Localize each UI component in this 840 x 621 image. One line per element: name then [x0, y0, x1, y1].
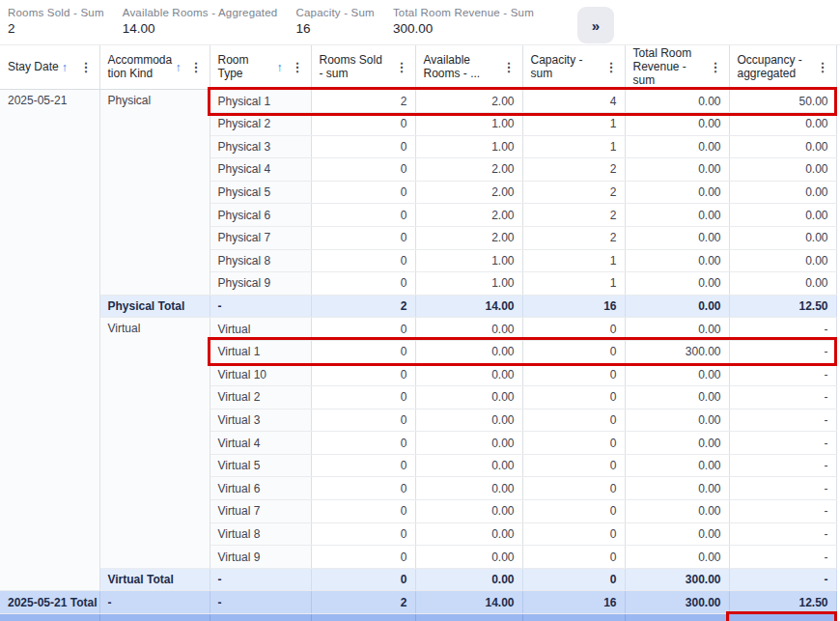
cell-room-type: Physical 7 [210, 226, 311, 249]
cell-capacity: 0 [522, 340, 625, 363]
sort-asc-icon[interactable]: ↑ [62, 61, 68, 74]
column-header-accommodation-kind[interactable]: Accommodation Kind↑⋮ [99, 45, 210, 90]
sort-asc-icon[interactable]: ↑ [277, 61, 283, 74]
column-header-total-room-revenue-sum[interactable]: Total Room Revenue - sum⋮ [625, 45, 729, 90]
cell-accommodation-kind: Physical [99, 90, 210, 295]
table-row: VirtualVirtual00.0000.00- [0, 318, 836, 341]
cell-occupancy: 50.00 [729, 90, 836, 113]
cell-room-type: Virtual 3 [210, 409, 311, 432]
cell-capacity: 4 [522, 90, 625, 113]
cell-occupancy: 0.00 [729, 249, 836, 272]
cell-revenue: 0.00 [625, 432, 729, 455]
cell-accommodation-kind: Virtual [99, 318, 210, 569]
cell-room-type: Virtual 7 [210, 500, 311, 523]
cell-available-rooms: 0.00 [415, 454, 522, 477]
subtotal-row: Physical Total-214.00160.0012.50 [0, 295, 836, 318]
cell-revenue: 300.00 [625, 340, 729, 363]
cell-room-type: - [210, 295, 311, 318]
cell-available-rooms: 0.00 [415, 340, 522, 363]
cell-rooms-sold: 0 [311, 226, 415, 249]
cell-revenue: 0.00 [625, 454, 729, 477]
cell-available-rooms: 0.00 [415, 546, 522, 569]
cell-rooms-sold: 0 [311, 340, 415, 363]
cell-rooms-sold: 0 [311, 135, 415, 158]
cell-capacity: 16 [522, 591, 625, 614]
cell-revenue: 0.00 [625, 90, 729, 113]
column-menu-icon[interactable]: ⋮ [187, 60, 206, 74]
sort-asc-icon[interactable]: ↑ [176, 61, 182, 74]
kpi-value: 14.00 [123, 21, 278, 36]
date-total-row: 2025-05-21 Total--214.0016300.0012.50 [0, 591, 836, 614]
cell-room-type: Physical 1 [210, 90, 311, 113]
cell-capacity: 0 [522, 432, 625, 455]
column-menu-icon[interactable]: ⋮ [814, 60, 832, 74]
cell-occupancy: - [729, 409, 836, 432]
cell-available-rooms: 1.00 [415, 249, 522, 272]
cell-stay-date: 2025-05-21 [0, 90, 99, 591]
column-header-room-type[interactable]: Room Type↑⋮ [210, 45, 311, 90]
cell-capacity: 1 [522, 135, 625, 158]
cell-occupancy: - [729, 340, 836, 363]
cell-occupancy: - [729, 500, 836, 523]
column-header-available-rooms[interactable]: Available Rooms - ...⋮ [415, 45, 522, 90]
column-menu-icon[interactable]: ⋮ [393, 60, 411, 74]
column-header-occupancy-aggregated[interactable]: Occupancy - aggregated⋮ [729, 45, 836, 90]
pivot-table: Stay Date↑⋮Accommodation Kind↑⋮Room Type… [0, 45, 840, 621]
cell-capacity: 0 [522, 568, 625, 591]
cell-revenue: 0.00 [625, 181, 729, 204]
cell-room-type: - [210, 591, 311, 614]
cell-rooms-sold: 2 [311, 614, 415, 621]
cell-capacity: 0 [522, 386, 625, 409]
cell-stay-date: 2025-05-21 Total [0, 591, 99, 614]
column-menu-icon[interactable]: ⋮ [602, 60, 621, 74]
table-header: Stay Date↑⋮Accommodation Kind↑⋮Room Type… [0, 45, 836, 90]
cell-occupancy: 12.50 [729, 295, 836, 318]
cell-revenue: 0.00 [625, 477, 729, 500]
cell-capacity: 0 [522, 318, 625, 341]
kpi-rooms-sold: Rooms Sold - Sum 2 [8, 7, 104, 36]
column-label: Stay Date [8, 61, 59, 74]
column-menu-icon[interactable]: ⋮ [500, 60, 518, 74]
cell-room-type: Virtual 1 [210, 340, 311, 363]
header-row: Stay Date↑⋮Accommodation Kind↑⋮Room Type… [0, 45, 836, 90]
table-body: 2025-05-21PhysicalPhysical 122.0040.0050… [0, 90, 836, 621]
cell-rooms-sold: 0 [311, 158, 415, 182]
column-menu-icon[interactable]: ⋮ [289, 60, 307, 74]
kpi-available-rooms: Available Rooms - Aggregated 14.00 [123, 7, 278, 36]
cell-available-rooms: 0.00 [415, 522, 522, 546]
cell-available-rooms: 2.00 [415, 90, 522, 113]
kpi-label: Available Rooms - Aggregated [123, 7, 278, 18]
cell-rooms-sold: 0 [311, 454, 415, 477]
cell-occupancy: 0.00 [729, 158, 836, 182]
kpi-value: 300.00 [393, 21, 534, 36]
cell-rooms-sold: 0 [311, 386, 415, 409]
cell-occupancy: - [729, 454, 836, 477]
cell-rooms-sold: 0 [311, 249, 415, 272]
expand-button[interactable]: » [577, 7, 614, 43]
cell-available-rooms: 2.00 [415, 158, 522, 182]
column-header-rooms-sold-sum[interactable]: Rooms Sold - sum⋮ [311, 45, 415, 90]
kpi-label: Total Room Revenue - Sum [393, 7, 534, 18]
cell-room-type: Virtual 5 [210, 454, 311, 477]
column-label: Available Rooms - ... [424, 54, 494, 81]
column-menu-icon[interactable]: ⋮ [707, 60, 725, 74]
data-grid: Stay Date↑⋮Accommodation Kind↑⋮Room Type… [0, 45, 837, 621]
cell-rooms-sold: 0 [311, 181, 415, 204]
cell-stay-date: Total [0, 614, 99, 621]
column-header-capacity-sum[interactable]: Capacity - sum⋮ [522, 45, 625, 90]
column-menu-icon[interactable]: ⋮ [77, 60, 96, 74]
kpi-value: 16 [295, 21, 374, 36]
cell-capacity: 0 [522, 454, 625, 477]
cell-capacity: 0 [522, 363, 625, 386]
column-header-stay-date[interactable]: Stay Date↑⋮ [0, 45, 99, 90]
cell-capacity: 2 [522, 226, 625, 249]
cell-room-type: Physical 4 [210, 158, 311, 182]
cell-available-rooms: 2.00 [415, 181, 522, 204]
cell-revenue: 300.00 [625, 568, 729, 591]
cell-revenue: 0.00 [625, 363, 729, 386]
cell-rooms-sold: 0 [311, 204, 415, 227]
kpi-value: 2 [8, 21, 104, 36]
cell-room-type: Physical 8 [210, 249, 311, 272]
cell-capacity: 0 [522, 522, 625, 546]
cell-available-rooms: 0.00 [415, 386, 522, 409]
